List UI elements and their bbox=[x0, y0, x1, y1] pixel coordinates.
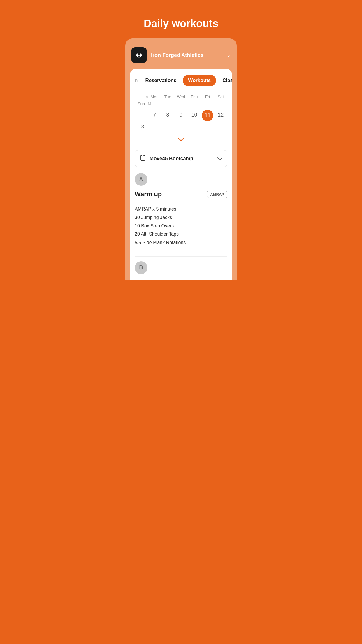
phone-container: Daily workouts Iron Forged Athletics ⌄ bbox=[121, 0, 241, 280]
gym-name: Iron Forged Athletics bbox=[151, 52, 222, 58]
day-num-10[interactable]: 10 bbox=[188, 110, 201, 121]
tab-reservations[interactable]: Reservations bbox=[140, 75, 182, 86]
day-header-thu: Thu bbox=[188, 93, 201, 100]
svg-rect-4 bbox=[140, 54, 141, 57]
day-header-partial-right: M bbox=[148, 100, 161, 107]
gym-logo bbox=[131, 47, 147, 63]
day-header-sat: Sat bbox=[214, 93, 227, 100]
tabs-container: n Reservations Workouts Classes Ap bbox=[130, 69, 232, 91]
day-header-sun: Sun bbox=[135, 100, 148, 107]
day-headers: n Mon Tue Wed Thu Fri Sat Sun M bbox=[135, 93, 227, 107]
clipboard-icon bbox=[140, 155, 146, 163]
tab-workouts[interactable]: Workouts bbox=[183, 75, 216, 86]
day-num-12[interactable]: 12 bbox=[214, 110, 227, 121]
workout-detail-line-5: 5/5 Side Plank Rotations bbox=[135, 239, 227, 247]
section-a-header: Warm up AMRAP bbox=[130, 189, 232, 203]
day-num-partial bbox=[135, 110, 148, 121]
svg-rect-5 bbox=[138, 55, 140, 56]
main-card: n Reservations Workouts Classes Ap n Mon… bbox=[130, 69, 232, 280]
tab-classes[interactable]: Classes bbox=[217, 75, 232, 86]
section-b-avatar: B bbox=[135, 261, 147, 274]
page-title: Daily workouts bbox=[121, 0, 241, 38]
day-numbers: 7 8 9 10 11 12 13 bbox=[135, 110, 227, 132]
svg-rect-3 bbox=[137, 54, 138, 57]
day-header-partial: n bbox=[135, 93, 148, 100]
day-num-8[interactable]: 8 bbox=[161, 110, 174, 121]
day-num-13[interactable]: 13 bbox=[135, 121, 148, 132]
calendar-expand-button[interactable] bbox=[130, 133, 232, 148]
day-header-wed: Wed bbox=[174, 93, 187, 100]
card-container: Iron Forged Athletics ⌄ n Reservations W… bbox=[125, 38, 237, 280]
workout-detail-line-2: 30 Jumping Jacks bbox=[135, 214, 227, 222]
day-header-mon: Mon bbox=[148, 93, 161, 100]
calendar-section: n Mon Tue Wed Thu Fri Sat Sun M 7 8 9 10 bbox=[130, 91, 232, 133]
day-header-tue: Tue bbox=[161, 93, 174, 100]
day-num-11-today[interactable]: 11 bbox=[202, 110, 213, 121]
section-a-avatar: A bbox=[135, 173, 147, 186]
day-header-fri: Fri bbox=[201, 93, 214, 100]
workout-details-a: AMRAP x 5 minutes 30 Jumping Jacks 10 Bo… bbox=[130, 203, 232, 252]
workout-selector[interactable]: Move45 Bootcamp bbox=[135, 150, 227, 167]
svg-rect-2 bbox=[141, 54, 142, 56]
section-a-title: Warm up bbox=[135, 190, 162, 198]
workout-detail-line-3: 10 Box Step Overs bbox=[135, 222, 227, 230]
gym-dropdown-icon[interactable]: ⌄ bbox=[226, 52, 231, 58]
workout-name: Move45 Bootcamp bbox=[150, 156, 214, 162]
gym-header[interactable]: Iron Forged Athletics ⌄ bbox=[130, 44, 232, 69]
section-a-badge: AMRAP bbox=[207, 191, 227, 198]
workout-detail-line-4: 20 Alt. Shoulder Taps bbox=[135, 230, 227, 239]
workout-selector-chevron-icon bbox=[217, 156, 222, 162]
tab-partial-left: n bbox=[135, 75, 139, 86]
day-num-9[interactable]: 9 bbox=[174, 110, 187, 121]
svg-rect-1 bbox=[136, 54, 137, 56]
section-divider bbox=[135, 256, 227, 257]
day-num-partial-right bbox=[148, 121, 161, 132]
workout-detail-line-1: AMRAP x 5 minutes bbox=[135, 205, 227, 214]
svg-rect-7 bbox=[142, 155, 144, 156]
day-num-7[interactable]: 7 bbox=[148, 110, 161, 121]
